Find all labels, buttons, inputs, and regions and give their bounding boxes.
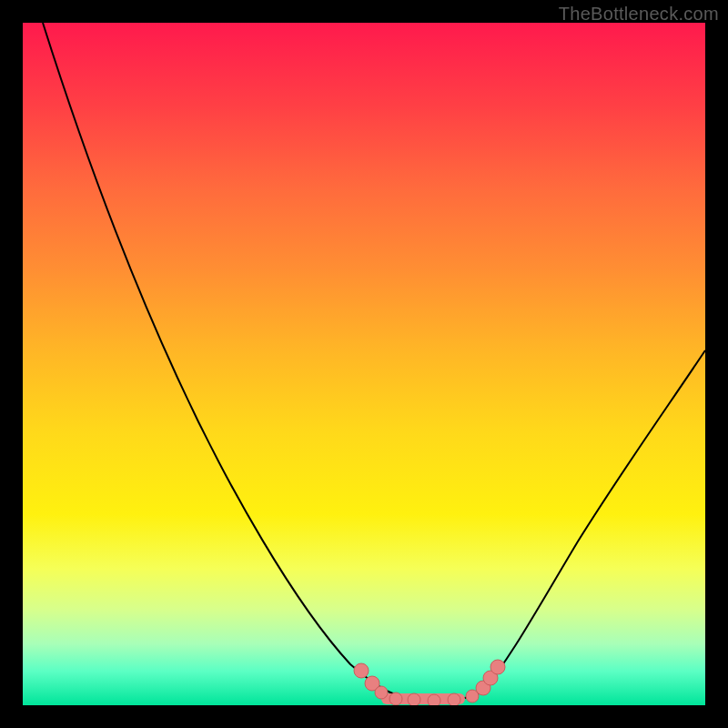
bottleneck-curve-svg: [23, 23, 705, 705]
curve-marker: [375, 686, 388, 699]
curve-marker: [354, 663, 369, 678]
curve-marker: [490, 660, 505, 674]
curve-marker: [389, 693, 402, 705]
bottleneck-curve: [43, 23, 705, 700]
curve-marker: [448, 693, 460, 705]
curve-marker: [408, 693, 420, 705]
chart-plot-area: [23, 23, 705, 705]
curve-marker: [428, 694, 440, 705]
watermark-source: TheBottleneck.com: [559, 4, 719, 25]
